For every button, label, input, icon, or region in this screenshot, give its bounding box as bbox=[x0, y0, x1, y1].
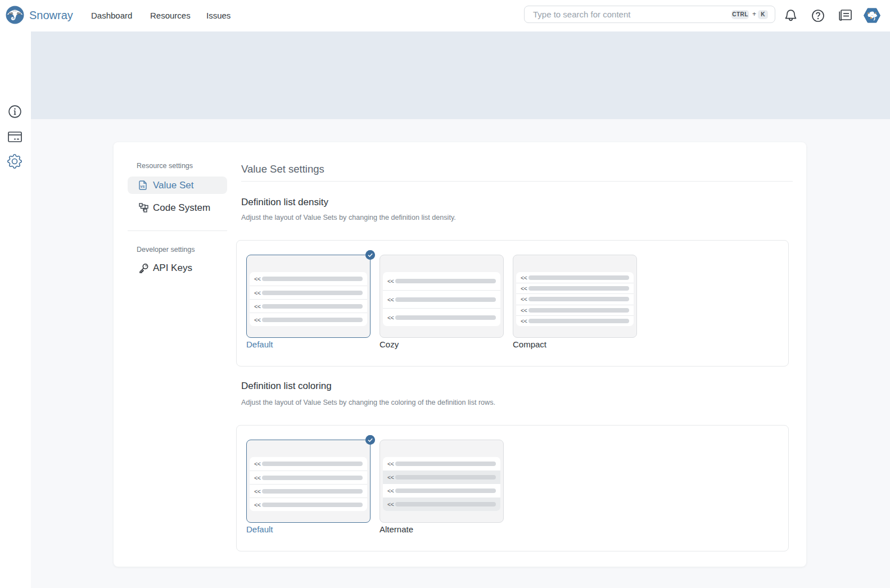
svg-text:vs: vs bbox=[141, 184, 145, 188]
